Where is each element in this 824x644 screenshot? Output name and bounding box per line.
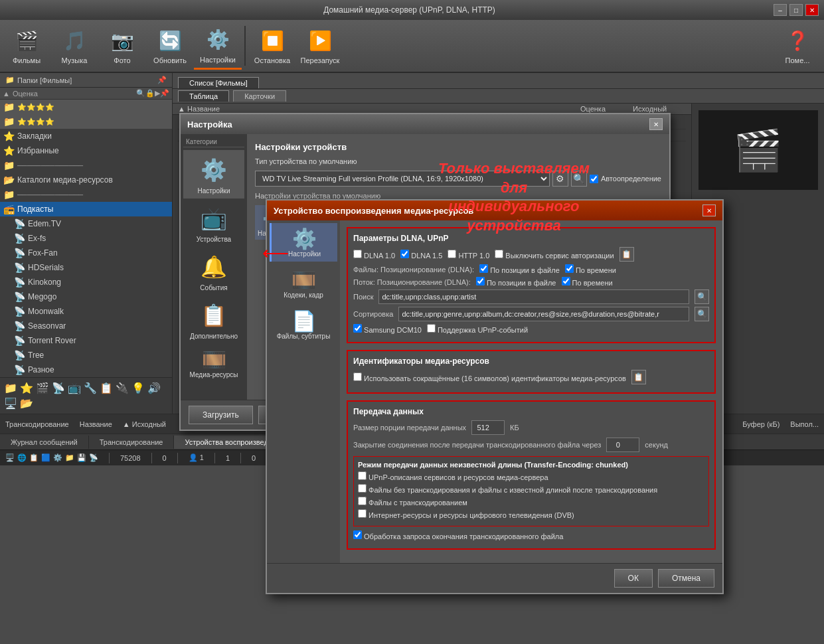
bottom-tab-log[interactable]: Журнал сообщений [0, 436, 89, 449]
sidebar-item-zakl[interactable]: ⭐ Закладки [0, 129, 172, 143]
toolbar-btn-settings[interactable]: ⚙️ Настройки [194, 22, 242, 70]
tab-table[interactable]: Таблица [178, 90, 229, 102]
bottom-tab-transcoding[interactable]: Транскодирование [89, 436, 175, 449]
sb-icon-4[interactable]: 📡 [52, 382, 65, 394]
search-btn[interactable]: 🔍 [695, 289, 709, 304]
tab-films-list[interactable]: Список [Фильмы] [178, 77, 259, 88]
tree-icon: 📡 [13, 349, 25, 361]
tab-cards[interactable]: Карточки [233, 90, 286, 102]
sort-input[interactable] [398, 307, 689, 321]
noauth-checkbox[interactable] [495, 250, 503, 258]
settings-close-btn[interactable]: ✕ [649, 118, 663, 130]
toolbar-btn-films[interactable]: 🎬 Фильмы [3, 22, 50, 70]
sidebar-item-hdserials[interactable]: 📡 HDSerials [0, 260, 172, 275]
maximize-btn[interactable]: □ [789, 4, 803, 16]
toolbar-btn-refresh[interactable]: 🔄 Обновить [146, 22, 194, 70]
cat-item-events[interactable]: 🔔 События [183, 247, 244, 295]
sidebar-item-empty2[interactable]: 📁 ────────────── [0, 187, 172, 202]
processend-checkbox[interactable] [353, 530, 362, 539]
settings-load-btn[interactable]: Загрузить [189, 406, 253, 424]
sb-icon-3[interactable]: 🎬 [36, 382, 49, 394]
sb-icon-1[interactable]: 📁 [4, 382, 17, 394]
filesnotrans-checkbox[interactable] [358, 484, 367, 493]
stream-pos-checkbox1[interactable] [476, 277, 485, 285]
files-pos-checkbox1[interactable] [479, 264, 488, 273]
sb-icon-6[interactable]: 🔧 [84, 382, 97, 394]
device-sidebar-files[interactable]: 📄 Файлы, субтитры [270, 305, 337, 344]
sb-icon-8[interactable]: 🔌 [116, 382, 129, 394]
stream-pos-row: Поток: Позиционирование (DLNA): По позиц… [353, 277, 709, 287]
chunked-title: Режим передачи данных неизвестной длины … [358, 461, 704, 469]
sort-btn[interactable]: 🔍 [695, 307, 709, 321]
samsung-checkbox[interactable] [353, 324, 362, 333]
cat-item-devices[interactable]: 📺 Устройства [183, 199, 244, 247]
cat-item-media[interactable]: 🎞️ Медиа-ресурсы [183, 344, 244, 382]
close-btn[interactable]: ✕ [805, 4, 819, 16]
noauth-btn[interactable]: 📋 [619, 247, 634, 262]
sidebar-item-moonwalk[interactable]: 📡 Moonwalk [0, 304, 172, 319]
toolbar-btn-help[interactable]: ❓ Поме... [774, 22, 821, 70]
shortid-btn[interactable]: 📋 [631, 370, 646, 384]
cat-item-settings[interactable]: ⚙️ Настройки [183, 150, 244, 199]
upnpdesc-checkbox[interactable] [358, 471, 367, 480]
sb-icon-7[interactable]: 📋 [100, 382, 113, 394]
toolbar-btn-restart[interactable]: ▶️ Перезапуск [296, 22, 344, 70]
sidebar-item-row1[interactable]: 📁 ⭐⭐⭐⭐ [0, 100, 172, 114]
sidebar-item-seasonvar[interactable]: 📡 Seasonvar [0, 319, 172, 333]
upnpevents-checkbox[interactable] [427, 324, 436, 333]
device-type-label: Тип устройства по умолчанию [255, 157, 357, 165]
files-pos-checkbox2[interactable] [565, 264, 574, 273]
device-type-select[interactable]: WD TV Live Streaming Full version Profil… [255, 171, 550, 187]
device-select-btn1[interactable]: ⚙ [552, 171, 568, 187]
search-input[interactable] [378, 289, 689, 304]
dlna10-checkbox[interactable] [353, 250, 362, 258]
sb-icon-11[interactable]: 🖥️ [4, 397, 17, 410]
device-select-btn2[interactable]: 🔍 [571, 171, 587, 187]
sidebar-item-exfs[interactable]: 📡 Ex-fs [0, 231, 172, 246]
sidebar-item-megogo[interactable]: 📡 Megogo [0, 289, 172, 304]
identifiers-section-label: Идентификаторы медиа-ресурсов [353, 357, 709, 366]
sb-icon-5[interactable]: 📺 [68, 382, 81, 394]
sidebar-item-podcasts[interactable]: 📻 Подкасты [0, 202, 172, 216]
close-conn-input[interactable] [606, 438, 639, 452]
minimize-btn[interactable]: – [774, 4, 787, 16]
stream-pos-checkbox2[interactable] [562, 277, 570, 285]
sb-icon-10[interactable]: 🔊 [147, 382, 161, 394]
catalog-icon: 📂 [3, 174, 15, 186]
device-sidebar-codec[interactable]: 🎞️ Кодеки, кадр [270, 264, 337, 303]
cat-item-additional[interactable]: 📋 Дополнительно [183, 295, 244, 344]
sb-icon-9[interactable]: 💡 [131, 382, 145, 394]
toolbar-btn-photo[interactable]: 📷 Фото [98, 22, 146, 70]
device-cancel-btn[interactable]: Отмена [658, 569, 714, 588]
sidebar-item-edem[interactable]: 📡 Edem.TV [0, 216, 172, 231]
device-main-content: Параметры DLNA, UPnP DLNA 1.0 DLNA 1.5 [340, 220, 722, 563]
status-div-1 [109, 453, 110, 463]
http10-checkbox[interactable] [448, 250, 456, 258]
sidebar-item-izbr[interactable]: ⭐ Избранные [0, 143, 172, 158]
sidebar-item-kinokong[interactable]: 📡 Kinokong [0, 275, 172, 289]
sidebar-pin-btn[interactable]: 📌 [157, 76, 167, 84]
auto-detect-checkbox[interactable] [590, 175, 598, 183]
inetres-checkbox[interactable] [358, 509, 367, 518]
fileswithrans-checkbox[interactable] [358, 497, 367, 505]
sidebar-item-katalog[interactable]: 📂 Каталоги медиа-ресурсов [0, 173, 172, 187]
sidebar-item-torrentrover[interactable]: 📡 Torrent Rover [0, 333, 172, 348]
toolbar-btn-stop[interactable]: ⏹️ Остановка [248, 22, 296, 70]
sidebar-item-row2[interactable]: 📁 ⭐⭐⭐⭐ [0, 114, 172, 129]
sidebar-item-empty1[interactable]: 📁 ────────────── [0, 158, 172, 173]
sb-icon-12[interactable]: 📂 [20, 397, 33, 410]
portion-input[interactable] [471, 420, 505, 435]
device-ok-btn[interactable]: ОК [614, 569, 653, 588]
toolbar-btn-music[interactable]: 🎵 Музыка [50, 22, 98, 70]
sidebar-item-raznoe[interactable]: 📡 Разное [0, 362, 172, 377]
sidebar-item-tree[interactable]: 📡 Tree [0, 348, 172, 362]
device-close-btn[interactable]: ✕ [702, 204, 716, 216]
shortid-checkbox[interactable] [353, 372, 362, 381]
sidebar-item-foxfan[interactable]: 📡 Fox-Fan [0, 246, 172, 260]
dlna15-checkbox[interactable] [400, 250, 409, 258]
window-controls: – □ ✕ [774, 4, 819, 16]
device-sidebar-settings[interactable]: ⚙️ Настройки [270, 223, 337, 262]
hdserials-icon: 📡 [13, 262, 25, 274]
podcasts-icon: 📻 [3, 203, 15, 215]
sb-icon-2[interactable]: ⭐ [20, 382, 33, 394]
